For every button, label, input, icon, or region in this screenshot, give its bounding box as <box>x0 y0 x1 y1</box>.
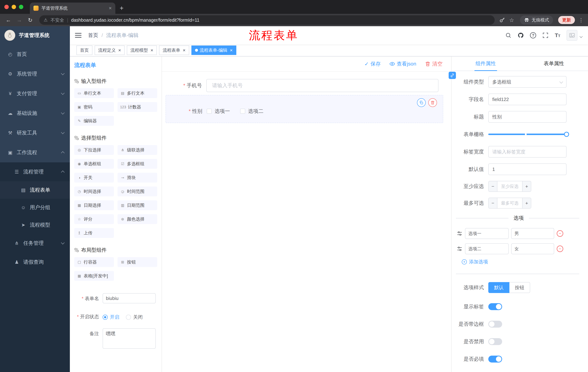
forward-button[interactable]: → <box>15 17 24 23</box>
copy-component-button[interactable] <box>417 98 426 107</box>
view-json-button[interactable]: 查看json <box>389 60 416 67</box>
sidebar-item-task-management[interactable]: ⋔ 任务管理 <box>0 234 70 253</box>
slider-track[interactable] <box>488 134 567 135</box>
tag-close-icon[interactable]: × <box>183 48 185 53</box>
help-icon[interactable]: ? <box>530 32 536 38</box>
remove-option-button[interactable]: − <box>557 230 563 237</box>
sidebar-item-process-form[interactable]: ▤ 流程表单 <box>0 181 70 199</box>
status-on-radio[interactable]: 开启 <box>103 314 119 320</box>
sidebar-item-process-model[interactable]: ➤ 流程模型 <box>0 216 70 234</box>
sidebar-item-home[interactable]: ◴ 首页 <box>0 44 70 64</box>
slider-handle[interactable] <box>564 132 569 137</box>
palette-item-password[interactable]: ▣密码 <box>74 102 114 112</box>
palette-item-table-dev[interactable]: ▦表格[开发中] <box>74 271 114 281</box>
form-remark-textarea[interactable]: 嘿嘿 <box>103 328 156 349</box>
back-button[interactable]: ← <box>4 17 13 23</box>
delete-component-button[interactable] <box>428 98 437 107</box>
required-toggle[interactable] <box>488 356 502 362</box>
border-toggle[interactable] <box>488 321 502 328</box>
new-tab-button[interactable]: + <box>120 4 124 12</box>
option-value-input[interactable] <box>511 243 554 254</box>
drag-handle-icon[interactable] <box>457 231 462 236</box>
option-label-input[interactable] <box>465 228 509 239</box>
sidebar-item-devtools[interactable]: ⚒ 研发工具 <box>0 123 70 143</box>
grid-slider[interactable] <box>488 128 567 140</box>
max-select-value[interactable]: 最多可选 <box>497 198 522 208</box>
palette-item-time-picker[interactable]: ◷时间选择 <box>74 187 114 196</box>
breadcrumb-home[interactable]: 首页 <box>88 32 98 39</box>
palette-item-single-line-text[interactable]: ▭单行文本 <box>74 88 114 98</box>
title-input[interactable] <box>488 111 567 123</box>
sidebar-item-user-group[interactable]: ☺ 用户分组 <box>0 199 70 216</box>
option-label-input[interactable] <box>465 243 509 254</box>
label-width-input[interactable] <box>488 146 567 158</box>
tab-form-props[interactable]: 表单属性 <box>520 56 588 71</box>
bookmark-star-icon[interactable]: ☆ <box>509 17 514 23</box>
gender-field-selected[interactable]: 性别 选项一 选项二 <box>166 95 443 123</box>
min-select-stepper[interactable]: − 至少应选 + <box>488 181 531 192</box>
sidebar-item-workflow[interactable]: ▣ 工作流程 <box>0 143 70 162</box>
sidebar-item-process-management[interactable]: ☰ 流程管理 <box>0 162 70 181</box>
save-button[interactable]: ✓ 保存 <box>364 60 381 67</box>
default-value-input[interactable] <box>488 163 567 175</box>
tab-close-icon[interactable]: × <box>109 5 112 11</box>
disabled-toggle[interactable] <box>488 338 502 345</box>
update-button[interactable]: 更新 <box>558 16 575 24</box>
palette-item-row-container[interactable]: ▢行容器 <box>74 257 114 267</box>
fullscreen-icon[interactable] <box>542 32 548 38</box>
drag-handle-icon[interactable] <box>457 246 462 252</box>
zoom-window-button[interactable] <box>19 5 23 9</box>
font-size-icon[interactable]: TT <box>555 32 560 38</box>
component-type-select[interactable] <box>488 76 567 88</box>
tab-component-props[interactable]: 组件属性 <box>452 56 520 71</box>
palette-item-switch[interactable]: ◑开关 <box>74 173 114 182</box>
tag-home[interactable]: 首页 <box>76 45 92 55</box>
sidebar-item-payment[interactable]: ¥ 支付管理 <box>0 84 70 103</box>
sidebar-item-leave-query[interactable]: ♟ 请假查询 <box>0 253 70 272</box>
style-default-button[interactable]: 默认 <box>488 282 509 293</box>
palette-item-rate[interactable]: ☆评分 <box>74 214 114 224</box>
palette-item-counter[interactable]: 123计数器 <box>117 102 157 112</box>
sidebar-item-system[interactable]: ⚙ 系统管理 <box>0 64 70 84</box>
palette-item-time-range[interactable]: ◶时间范围 <box>117 187 157 196</box>
tag-close-icon[interactable]: × <box>118 48 121 53</box>
gender-option-1-checkbox[interactable]: 选项一 <box>207 108 230 115</box>
tag-close-icon[interactable]: × <box>230 48 233 53</box>
address-bar[interactable]: ⚠ 不安全 | dashboard.yudao.iocoder.cn/bpm/m… <box>39 15 495 25</box>
tag-process-definition[interactable]: 流程定义 × <box>94 45 125 55</box>
field-name-input[interactable] <box>488 94 567 105</box>
palette-item-date-range[interactable]: ▥日期范围 <box>117 200 157 210</box>
panel-link-handle[interactable] <box>449 72 456 79</box>
palette-item-radio-group[interactable]: ◉单选框组 <box>74 159 114 169</box>
palette-item-button[interactable]: ⊞按钮 <box>117 257 157 267</box>
sidebar-item-infrastructure[interactable]: ☁ 基础设施 <box>0 103 70 123</box>
browser-menu-kebab-icon[interactable]: ⋮ <box>578 17 584 23</box>
github-icon[interactable] <box>518 32 524 38</box>
option-value-input[interactable] <box>511 228 554 239</box>
tag-process-model[interactable]: 流程模型 × <box>127 45 157 55</box>
security-label[interactable]: 不安全 <box>51 17 64 23</box>
hamburger-icon[interactable] <box>75 33 82 38</box>
reload-button[interactable]: ↻ <box>25 17 35 23</box>
style-button-button[interactable]: 按钮 <box>509 282 530 293</box>
palette-item-checkbox-group[interactable]: ☑多选框组 <box>117 159 157 169</box>
form-name-input[interactable] <box>103 293 156 303</box>
palette-item-date-picker[interactable]: ▦日期选择 <box>74 200 114 210</box>
browser-tab[interactable]: 芋道管理系统 × <box>30 2 115 14</box>
decrease-button[interactable]: − <box>489 181 497 191</box>
url-text[interactable]: dashboard.yudao.iocoder.cn/bpm/manager/f… <box>71 18 200 23</box>
tag-process-form-edit[interactable]: 流程表单-编辑 × <box>191 45 236 55</box>
tag-close-icon[interactable]: × <box>150 48 153 53</box>
show-label-toggle[interactable] <box>488 303 502 310</box>
increase-button[interactable]: + <box>522 181 531 191</box>
status-off-radio[interactable]: 关闭 <box>126 314 143 320</box>
gender-option-2-checkbox[interactable]: 选项二 <box>240 108 263 115</box>
avatar[interactable] <box>567 30 578 41</box>
tag-process-form[interactable]: 流程表单 × <box>159 45 189 55</box>
palette-item-color-picker[interactable]: ⊛颜色选择 <box>117 214 157 224</box>
palette-item-slider[interactable]: ⊸滑块 <box>117 173 157 182</box>
max-select-stepper[interactable]: − 最多可选 + <box>488 198 531 209</box>
min-select-value[interactable]: 至少应选 <box>497 181 522 191</box>
search-icon[interactable] <box>505 32 511 38</box>
increase-button[interactable]: + <box>522 198 531 208</box>
